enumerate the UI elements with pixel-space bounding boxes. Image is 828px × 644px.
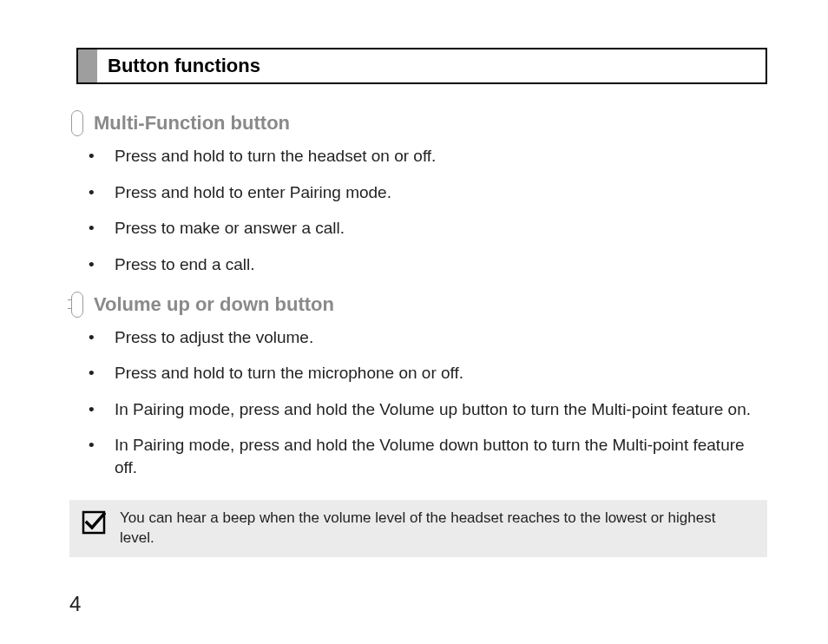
note-callout: You can hear a beep when the volume leve… <box>69 500 767 557</box>
pill-button-icon <box>71 110 83 136</box>
bullet-item: Press to adjust the volume. <box>69 326 767 349</box>
page-title: Button functions <box>97 49 766 82</box>
bullet-item: Press and hold to enter Pairing mode. <box>69 181 767 204</box>
bullet-list: Press and hold to turn the headset on or… <box>69 145 767 276</box>
bullet-item: In Pairing mode, press and hold the Volu… <box>69 434 767 478</box>
bullet-item: Press to make or answer a call. <box>69 217 767 240</box>
checkmark-icon <box>82 510 106 535</box>
title-accent <box>78 49 97 82</box>
section-heading-row: Multi-Function button <box>69 110 767 136</box>
page-number: 4 <box>69 592 81 616</box>
section-heading-row: Volume up or down button <box>69 292 767 318</box>
section-heading: Volume up or down button <box>94 293 334 316</box>
section-title-bar: Button functions <box>76 48 767 84</box>
section-heading: Multi-Function button <box>94 112 290 135</box>
bullet-item: Press and hold to turn the headset on or… <box>69 145 767 168</box>
section-volume: Volume up or down button Press to adjust… <box>69 292 767 479</box>
note-text: You can hear a beep when the volume leve… <box>120 509 753 549</box>
bullet-item: Press to end a call. <box>69 253 767 276</box>
bullet-list: Press to adjust the volume. Press and ho… <box>69 326 767 479</box>
section-multi-function: Multi-Function button Press and hold to … <box>69 110 767 276</box>
volume-button-icon <box>71 292 83 318</box>
bullet-item: In Pairing mode, press and hold the Volu… <box>69 398 767 421</box>
manual-page: Button functions Multi-Function button P… <box>0 0 828 644</box>
bullet-item: Press and hold to turn the microphone on… <box>69 362 767 384</box>
